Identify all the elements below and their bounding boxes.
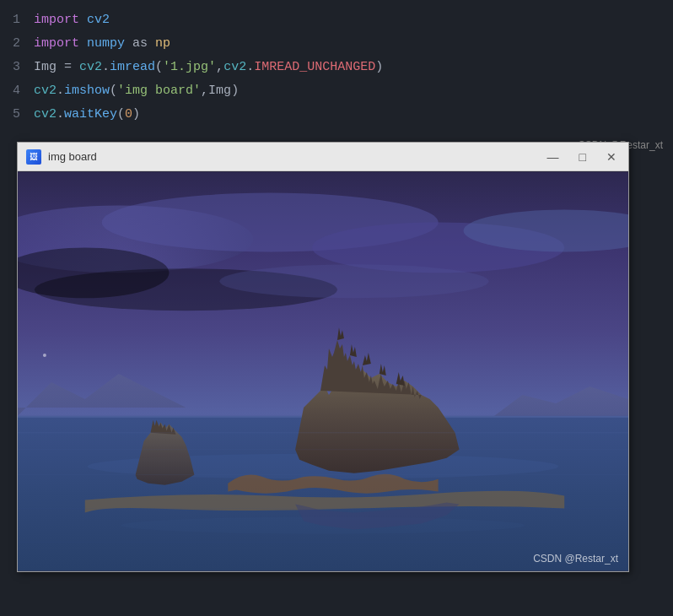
token: . (57, 84, 64, 98)
line-number: 3 (0, 56, 34, 79)
line-content: cv2.imshow('img board',Img) (34, 79, 239, 103)
line-content: cv2.waitKey(0) (34, 103, 140, 127)
code-line: 1import cv2 (0, 8, 673, 32)
line-content: Img = cv2.imread('1.jpg',cv2.IMREAD_UNCH… (34, 56, 383, 79)
token: , (201, 84, 208, 98)
window-controls[interactable]: — □ ✕ (544, 149, 620, 165)
token: imshow (64, 84, 110, 98)
token: 'img board' (117, 84, 201, 98)
token: 0 (125, 107, 132, 122)
line-number: 4 (0, 79, 34, 103)
token: ( (117, 107, 125, 122)
token: import (34, 13, 87, 27)
title-left: 🖼 img board (26, 149, 97, 165)
line-content: import cv2 (34, 8, 110, 32)
token: . (246, 60, 254, 74)
token: Img (34, 60, 57, 74)
token: waitKey (64, 107, 117, 122)
code-line: 5cv2.waitKey(0) (0, 103, 673, 127)
close-button[interactable]: ✕ (603, 149, 620, 165)
code-line: 2import numpy as np (0, 32, 673, 56)
token: ) (132, 107, 140, 122)
window-app-icon: 🖼 (26, 149, 41, 165)
token: , (216, 60, 223, 74)
code-line: 3Img = cv2.imread('1.jpg',cv2.IMREAD_UNC… (0, 56, 673, 79)
window-content: CSDN @Restar_xt (18, 171, 628, 571)
token: cv2 (34, 84, 57, 98)
token: IMREAD_UNCHANGED (254, 60, 375, 74)
svg-point-7 (219, 264, 488, 298)
code-line: 4cv2.imshow('img board',Img) (0, 79, 673, 103)
token: cv2 (34, 107, 57, 122)
token: imread (110, 60, 155, 74)
landscape-image (18, 171, 628, 571)
token: '1.jpg' (163, 60, 216, 74)
line-number: 2 (0, 32, 34, 56)
token: cv2 (79, 60, 102, 74)
image-display: CSDN @Restar_xt (18, 171, 628, 571)
token: Img (208, 84, 231, 98)
line-number: 1 (0, 8, 34, 32)
minimize-button[interactable]: — (544, 149, 563, 165)
token: = (57, 60, 79, 74)
line-content: import numpy as np (34, 32, 170, 56)
token: as (132, 36, 155, 51)
token: import (34, 36, 87, 51)
token: ( (110, 84, 117, 98)
window-titlebar: 🖼 img board — □ ✕ (18, 143, 628, 171)
token: ) (375, 60, 383, 74)
token: ) (231, 84, 239, 98)
window-title: img board (48, 150, 97, 163)
token: numpy (87, 36, 132, 51)
token: cv2 (223, 60, 246, 74)
maximize-button[interactable]: □ (576, 149, 590, 165)
watermark: CSDN @Restar_xt (533, 553, 618, 565)
token: np (155, 36, 170, 51)
token: . (57, 107, 64, 122)
line-number: 5 (0, 103, 34, 127)
token: . (102, 60, 110, 74)
token: ( (155, 60, 163, 74)
image-window: 🖼 img board — □ ✕ (17, 142, 629, 572)
svg-point-17 (43, 354, 46, 357)
token: cv2 (87, 13, 110, 27)
code-editor: 1import cv22import numpy as np3Img = cv2… (0, 0, 673, 135)
